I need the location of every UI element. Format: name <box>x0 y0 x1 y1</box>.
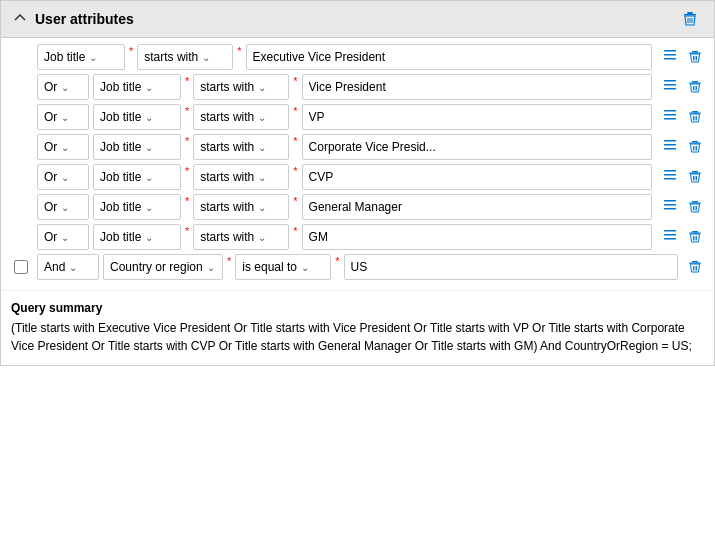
svg-rect-6 <box>664 54 676 56</box>
svg-rect-29 <box>664 140 676 142</box>
value-input-3[interactable] <box>302 134 652 160</box>
value-input-7[interactable] <box>344 254 678 280</box>
rule-row: Or ⌄ Job title ⌄ * starts with ⌄ * <box>9 74 706 100</box>
required-star: * <box>335 255 339 267</box>
chevron-down-icon: ⌄ <box>258 232 266 243</box>
svg-rect-23 <box>664 118 676 120</box>
required-star: * <box>293 195 297 207</box>
row-delete-button-4[interactable] <box>684 168 706 186</box>
value-input-0[interactable] <box>246 44 652 70</box>
row-checkbox-7[interactable] <box>14 260 28 274</box>
required-star: * <box>293 135 297 147</box>
chevron-down-icon: ⌄ <box>61 82 69 93</box>
row-delete-button-6[interactable] <box>684 228 706 246</box>
field-dropdown-3[interactable]: Job title ⌄ <box>93 134 181 160</box>
chevron-down-icon: ⌄ <box>301 262 309 273</box>
chevron-down-icon: ⌄ <box>145 142 153 153</box>
field-dropdown-1[interactable]: Job title ⌄ <box>93 74 181 100</box>
required-star: * <box>129 45 133 57</box>
required-star: * <box>185 105 189 117</box>
field-dropdown-5[interactable]: Job title ⌄ <box>93 194 181 220</box>
or-dropdown-2[interactable]: Or ⌄ <box>37 104 89 130</box>
svg-rect-48 <box>692 201 698 203</box>
chevron-down-icon: ⌄ <box>61 202 69 213</box>
value-input-5[interactable] <box>302 194 652 220</box>
svg-rect-55 <box>664 238 676 240</box>
operator-dropdown-7[interactable]: is equal to ⌄ <box>235 254 331 280</box>
list-icon-button-4[interactable] <box>658 165 682 189</box>
chevron-down-icon: ⌄ <box>145 112 153 123</box>
row-delete-button-7[interactable] <box>684 258 706 276</box>
row-delete-button-5[interactable] <box>684 198 706 216</box>
or-dropdown-6[interactable]: Or ⌄ <box>37 224 89 250</box>
collapse-icon[interactable] <box>13 11 27 28</box>
row-delete-button-3[interactable] <box>684 138 706 156</box>
section-delete-button[interactable] <box>678 9 702 29</box>
svg-rect-16 <box>692 81 698 83</box>
value-input-6[interactable] <box>302 224 652 250</box>
required-star: * <box>293 75 297 87</box>
operator-dropdown-5[interactable]: starts with ⌄ <box>193 194 289 220</box>
rules-area: Job title ⌄ * starts with ⌄ * <box>1 38 714 290</box>
or-dropdown-5[interactable]: Or ⌄ <box>37 194 89 220</box>
svg-rect-45 <box>664 200 676 202</box>
field-dropdown-4[interactable]: Job title ⌄ <box>93 164 181 190</box>
rule-row-and: And ⌄ Country or region ⌄ * is equal to … <box>9 254 706 280</box>
chevron-down-icon: ⌄ <box>258 112 266 123</box>
required-star: * <box>185 225 189 237</box>
operator-dropdown-6[interactable]: starts with ⌄ <box>193 224 289 250</box>
chevron-down-icon: ⌄ <box>258 202 266 213</box>
field-dropdown-6[interactable]: Job title ⌄ <box>93 224 181 250</box>
or-dropdown-1[interactable]: Or ⌄ <box>37 74 89 100</box>
field-dropdown-0[interactable]: Job title ⌄ <box>37 44 125 70</box>
svg-rect-22 <box>664 114 676 116</box>
list-icon-button-6[interactable] <box>658 225 682 249</box>
svg-rect-30 <box>664 144 676 146</box>
and-dropdown-7[interactable]: And ⌄ <box>37 254 99 280</box>
required-star: * <box>237 45 241 57</box>
row-delete-button-1[interactable] <box>684 78 706 96</box>
rule-row: Or ⌄ Job title ⌄ * starts with ⌄ * <box>9 194 706 220</box>
value-input-2[interactable] <box>302 104 652 130</box>
or-dropdown-3[interactable]: Or ⌄ <box>37 134 89 160</box>
row-delete-button-2[interactable] <box>684 108 706 126</box>
list-icon-button-0[interactable] <box>658 45 682 69</box>
svg-rect-37 <box>664 170 676 172</box>
svg-rect-5 <box>664 50 676 52</box>
list-icon-button-1[interactable] <box>658 75 682 99</box>
svg-rect-21 <box>664 110 676 112</box>
list-icon-button-5[interactable] <box>658 195 682 219</box>
operator-dropdown-4[interactable]: starts with ⌄ <box>193 164 289 190</box>
operator-dropdown-3[interactable]: starts with ⌄ <box>193 134 289 160</box>
svg-rect-8 <box>692 51 698 53</box>
chevron-down-icon: ⌄ <box>145 172 153 183</box>
operator-dropdown-2[interactable]: starts with ⌄ <box>193 104 289 130</box>
chevron-down-icon: ⌄ <box>207 262 215 273</box>
operator-dropdown-0[interactable]: starts with ⌄ <box>137 44 233 70</box>
value-input-4[interactable] <box>302 164 652 190</box>
required-star: * <box>185 75 189 87</box>
value-input-1[interactable] <box>302 74 652 100</box>
operator-dropdown-1[interactable]: starts with ⌄ <box>193 74 289 100</box>
svg-rect-46 <box>664 204 676 206</box>
field-dropdown-7[interactable]: Country or region ⌄ <box>103 254 223 280</box>
required-star: * <box>293 105 297 117</box>
list-icon-button-2[interactable] <box>658 105 682 129</box>
chevron-down-icon: ⌄ <box>145 82 153 93</box>
chevron-down-icon: ⌄ <box>69 262 77 273</box>
chevron-down-icon: ⌄ <box>61 172 69 183</box>
chevron-down-icon: ⌄ <box>258 172 266 183</box>
chevron-down-icon: ⌄ <box>258 82 266 93</box>
required-star: * <box>185 195 189 207</box>
svg-rect-24 <box>692 111 698 113</box>
rule-row: Or ⌄ Job title ⌄ * starts with ⌄ * <box>9 134 706 160</box>
row-delete-button-0[interactable] <box>684 48 706 66</box>
or-dropdown-4[interactable]: Or ⌄ <box>37 164 89 190</box>
field-dropdown-2[interactable]: Job title ⌄ <box>93 104 181 130</box>
section-title-group: User attributes <box>13 11 134 28</box>
svg-rect-7 <box>664 58 676 60</box>
list-icon-button-3[interactable] <box>658 135 682 159</box>
svg-rect-61 <box>692 261 698 263</box>
svg-rect-15 <box>664 88 676 90</box>
chevron-down-icon: ⌄ <box>89 52 97 63</box>
